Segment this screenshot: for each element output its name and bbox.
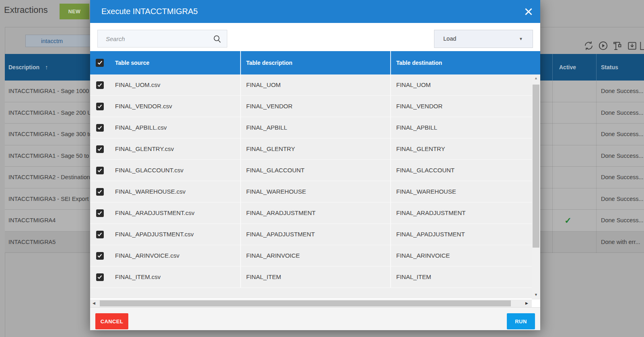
cell-table-source: FINAL_APADJUSTMENT.csv [109, 224, 240, 245]
run-button[interactable]: RUN [507, 313, 535, 329]
row-description: INTACCTMIGRA1 - Sage 1000 to [8, 81, 96, 102]
dialog-footer: CANCEL RUN [90, 307, 540, 330]
row-status: Done Success... [601, 102, 644, 124]
search-icon[interactable] [212, 34, 222, 44]
cell-table-source: FINAL_UOM.csv [109, 74, 240, 95]
table-row[interactable]: FINAL_GLACCOUNT.csvFINAL_GLACCOUNTFINAL_… [90, 160, 532, 181]
cell-table-description: FINAL_VENDOR [240, 96, 390, 117]
column-divider [552, 81, 553, 253]
cell-table-destination: FINAL_APBILL [390, 117, 532, 138]
column-header-table-destination[interactable]: Table destination [390, 51, 540, 74]
scroll-down-icon[interactable]: ▼ [532, 293, 540, 297]
row-checkbox[interactable] [96, 231, 104, 238]
cell-table-source: FINAL_ITEM.csv [109, 267, 240, 287]
row-checkbox[interactable] [96, 188, 104, 196]
row-description: INTACCTMIGRA1 - Sage 50 to S [8, 145, 95, 167]
cell-table-description: FINAL_WAREHOUSE [240, 181, 390, 202]
row-status: Done Success... [601, 81, 644, 102]
vertical-scrollbar-thumb[interactable] [533, 85, 539, 248]
row-checkbox[interactable] [96, 103, 104, 110]
cell-table-destination: FINAL_UOM [390, 74, 532, 95]
row-checkbox[interactable] [96, 273, 104, 281]
row-description: INTACCTMIGRA3 - SEI Export to [8, 188, 95, 210]
row-status: Done with err... [601, 232, 640, 253]
table-row[interactable]: FINAL_UOM.csvFINAL_UOMFINAL_UOM [90, 74, 532, 96]
cell-table-destination: FINAL_APADJUSTMENT [390, 224, 532, 245]
download-icon[interactable] [627, 40, 638, 51]
cell-table-source: FINAL_ARADJUSTMENT.csv [109, 203, 240, 223]
row-status: Done Success... [601, 188, 644, 210]
row-checkbox[interactable] [96, 124, 104, 132]
horizontal-scrollbar-thumb[interactable] [100, 300, 511, 306]
refresh-icon[interactable] [583, 40, 594, 51]
extractions-search-input[interactable] [25, 35, 93, 47]
cell-table-source: FINAL_WAREHOUSE.csv [109, 181, 240, 202]
close-icon[interactable] [523, 6, 534, 17]
table-row[interactable]: FINAL_WAREHOUSE.csvFINAL_WAREHOUSEFINAL_… [90, 181, 532, 203]
dialog-search-field [97, 30, 227, 48]
cell-table-destination: FINAL_VENDOR [390, 96, 532, 117]
row-description: INTACCTMIGRA4 [8, 210, 56, 232]
column-header-table-source[interactable]: Table source [109, 51, 240, 74]
scroll-left-icon[interactable]: ◀ [93, 300, 95, 307]
horizontal-scrollbar[interactable]: ◀ ▶ [90, 300, 532, 307]
scrollbar-corner [532, 300, 540, 307]
chart-partial-icon [640, 40, 644, 51]
table-row[interactable]: FINAL_VENDOR.csvFINAL_VENDORFINAL_VENDOR [90, 96, 532, 117]
cell-table-source: FINAL_GLENTRY.csv [109, 139, 240, 159]
cell-table-destination: FINAL_ARADJUSTMENT [390, 203, 532, 223]
select-all-checkbox[interactable] [96, 59, 104, 67]
column-header-description[interactable]: Description↑ [8, 54, 48, 81]
row-checkbox[interactable] [96, 81, 104, 89]
row-status: Done Success... [601, 167, 644, 188]
cancel-button[interactable]: CANCEL [95, 313, 128, 329]
scroll-up-icon[interactable]: ▲ [532, 76, 540, 80]
run-circle-icon[interactable] [598, 40, 609, 51]
table-row[interactable]: FINAL_APBILL.csvFINAL_APBILLFINAL_APBILL [90, 117, 532, 139]
cell-table-description: FINAL_ITEM [240, 267, 390, 287]
row-checkbox[interactable] [96, 167, 104, 174]
vertical-scrollbar[interactable]: ▲ ▼ [532, 74, 540, 300]
cell-table-source: FINAL_APBILL.csv [109, 117, 240, 138]
table-row[interactable]: FINAL_APADJUSTMENT.csvFINAL_APADJUSTMENT… [90, 224, 532, 245]
cell-table-description: FINAL_GLACCOUNT [240, 160, 390, 181]
crane-icon[interactable] [612, 40, 623, 51]
cell-table-destination: FINAL_GLACCOUNT [390, 160, 532, 181]
load-dropdown-value: Load [443, 30, 456, 48]
column-header-status[interactable]: Status [601, 54, 618, 81]
table-row[interactable]: FINAL_ARINVOICE.csvFINAL_ARINVOICEFINAL_… [90, 245, 532, 267]
scroll-right-icon[interactable]: ▶ [525, 300, 528, 307]
cell-table-destination: FINAL_GLENTRY [390, 139, 532, 159]
cell-table-description: FINAL_UOM [240, 74, 390, 95]
dialog-table-header: Table source Table description Table des… [90, 51, 540, 74]
load-dropdown[interactable]: Load ▼ [434, 30, 533, 48]
row-checkbox[interactable] [96, 145, 104, 153]
row-checkbox[interactable] [96, 252, 104, 260]
column-header-active[interactable]: Active [559, 54, 576, 81]
chevron-down-icon: ▼ [519, 30, 523, 48]
dialog-search-input[interactable] [98, 30, 227, 47]
row-description: INTACCTMIGRA1 - Sage 300 to [8, 124, 92, 145]
cell-table-description: FINAL_ARADJUSTMENT [240, 203, 390, 223]
cell-table-source: FINAL_GLACCOUNT.csv [109, 160, 240, 181]
dialog-table-body: FINAL_UOM.csvFINAL_UOMFINAL_UOMFINAL_VEN… [90, 74, 532, 298]
cell-table-destination: FINAL_WAREHOUSE [390, 181, 532, 202]
row-checkbox[interactable] [96, 209, 104, 217]
row-description: INTACCTMIGRA1 - Sage 200 UK [8, 102, 96, 124]
cell-table-description: FINAL_ARINVOICE [240, 245, 390, 266]
sort-asc-icon: ↑ [45, 64, 48, 70]
cell-table-destination: FINAL_ARINVOICE [390, 245, 532, 266]
table-row[interactable]: FINAL_ITEM.csvFINAL_ITEMFINAL_ITEM [90, 267, 532, 288]
table-row[interactable]: FINAL_ARADJUSTMENT.csvFINAL_ARADJUSTMENT… [90, 203, 532, 224]
execute-dialog: Execute INTACCTMIGRA5 Load ▼ Table sourc… [90, 0, 540, 330]
row-status: Done Success... [601, 145, 644, 167]
row-description: INTACCTMIGRA5 [8, 232, 56, 253]
new-button[interactable]: NEW [60, 4, 89, 19]
column-header-table-description[interactable]: Table description [240, 51, 390, 74]
column-divider [552, 54, 553, 81]
row-status: Done Success... [601, 124, 644, 145]
dialog-header: Execute INTACCTMIGRA5 [90, 0, 540, 23]
table-row[interactable]: FINAL_GLENTRY.csvFINAL_GLENTRYFINAL_GLEN… [90, 139, 532, 160]
active-check-icon: ✓ [559, 210, 577, 232]
dialog-toolbar: Load ▼ [90, 23, 540, 51]
